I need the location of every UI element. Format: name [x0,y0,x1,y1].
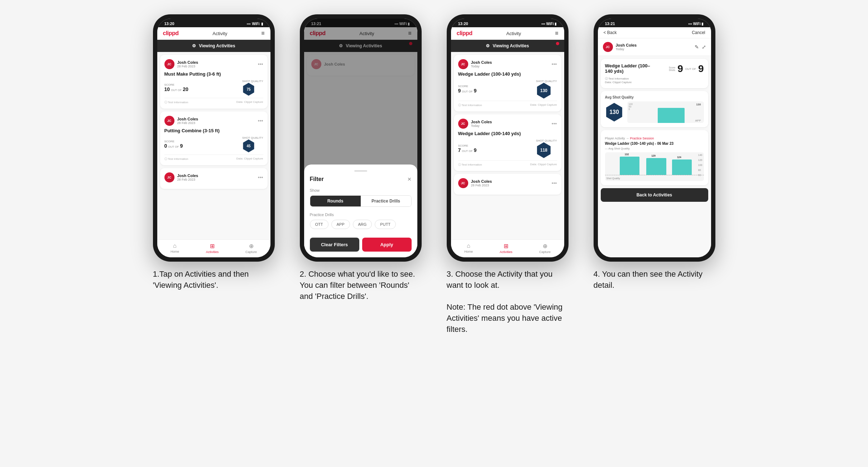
stat-quality-1-2: Shot Quality 45 [242,136,263,152]
quality-badge-3-2: 118 [536,142,552,158]
clear-filters-button-2[interactable]: Clear Filters [310,238,359,252]
nav-home-3[interactable]: ⌂ Home [464,243,473,254]
user-date-1-2: 28 Feb 2023 [177,121,198,125]
chip-app-2[interactable]: APP [331,220,350,229]
modal-sheet-2: Filter ✕ Show Rounds Practice Drills Pra… [304,165,417,257]
menu-icon-1[interactable]: ≡ [261,30,264,37]
activity-card-1-3[interactable]: JC Josh Coles 28 Feb 2023 ••• [160,168,268,189]
avatar-1-2: JC [164,116,174,126]
phones-container: 13:20 ▪▪▪ WiFi ▮ clippd Activity ≡ ⚙ V [148,14,721,335]
nav-title-3: Activity [506,31,521,36]
quality-badge-1-1: 75 [242,83,255,96]
bottom-nav-3: ⌂ Home ⊞ Activities ⊕ Capture [451,239,564,257]
mini-chart-4: 130 APP 100500 [627,101,704,123]
activity-card-3-2[interactable]: JC Josh Coles Today ••• Wedge Ladder (10… [454,114,561,171]
nav-activities-1[interactable]: ⊞ Activities [206,243,219,254]
more-dots-1-1[interactable]: ••• [258,61,263,67]
title-3-2: Wedge Ladder (100-140 yds) [458,131,557,136]
more-dots-1-2[interactable]: ••• [258,118,263,124]
signal-icon-1: ▪▪▪ [247,22,251,26]
filter-icon-1: ⚙ [192,43,196,48]
activity-card-1-2[interactable]: JC Josh Coles 28 Feb 2023 ••• Putting Co… [160,111,268,165]
tab-practice-2[interactable]: Practice Drills [361,196,411,206]
user-date-1-1: 28 Feb 2023 [177,65,198,68]
detail-title-4: Wedge Ladder (100–140 yds) [605,63,655,74]
card-footer-1-2: ⓘ Test Information Data: Clippd Capture [164,154,263,161]
avatar-1-3: JC [164,172,174,182]
nav-home-1[interactable]: ⌂ Home [171,243,179,254]
detail-content-4: Wedge Ladder (100–140 yds) ⓘ Test Inform… [598,56,711,257]
more-dots-3-1[interactable]: ••• [552,61,557,67]
back-to-activities-4[interactable]: Back to Activities [601,188,708,202]
show-label-2: Show [310,188,412,192]
nav-activities-3[interactable]: ⊞ Activities [500,243,513,254]
viewing-label-1: Viewing Activities [199,43,235,48]
nav-capture-1[interactable]: ⊕ Capture [245,243,257,254]
phone-3-screen: 13:20 ▪▪▪ WiFi ▮ clippd Activity ≡ ⚙ Vie… [451,19,564,257]
stats-row-1-2: Score 0 OUT OF 9 Shot Quality 45 [164,136,263,152]
status-bar-3: 13:20 ▪▪▪ WiFi ▮ [451,19,564,27]
filter-icon-3: ⚙ [486,43,490,48]
screen-content-3: JC Josh Coles Today ••• Wedge Ladder (10… [451,52,564,239]
phone-1-frame: 13:20 ▪▪▪ WiFi ▮ clippd Activity ≡ ⚙ V [153,14,275,262]
status-bar-4: 13:21 ▪▪▪ WiFi ▮ [598,19,711,27]
nav-title-1: Activity [212,31,227,36]
filter-chips-2: OTT APP ARG PUTT [310,220,412,229]
activity-title-1-1: Must Make Putting (3-6 ft) [164,71,263,77]
phone-2-screen: 13:21 ▪▪▪ WiFi ▮ clippd Activity ≡ ⚙ Vie… [304,19,417,257]
quality-hex-4: 130 [605,103,624,121]
menu-icon-3[interactable]: ≡ [555,30,558,37]
nav-bar-1: clippd Activity ≡ [157,27,270,40]
viewing-bar-1[interactable]: ⚙ Viewing Activities [157,40,270,52]
user-name-1-2: Josh Coles [177,117,198,121]
chip-ott-2[interactable]: OTT [310,220,329,229]
chip-putt-2[interactable]: PUTT [375,220,396,229]
practice-session-card-4: Player Activity → Practice Session Wedge… [601,130,708,185]
modal-handle-2 [354,170,367,172]
more-dots-3-2[interactable]: ••• [552,121,557,127]
stat-score-1-2: Score 0 OUT OF 9 [164,140,183,149]
nav-capture-3[interactable]: ⊕ Capture [539,243,551,254]
modal-overlay-2: Filter ✕ Show Rounds Practice Drills Pra… [304,19,417,257]
user-info-1-1: Josh Coles 28 Feb 2023 [177,60,198,68]
card-user-1-1: JC Josh Coles 28 Feb 2023 [164,59,198,69]
activity-card-1-1[interactable]: JC Josh Coles 28 Feb 2023 ••• Must Make … [160,55,268,109]
modal-buttons-2: Clear Filters Apply [310,238,412,252]
phone-4-column: 13:21 ▪▪▪ WiFi ▮ < Back Cancel JC Josh C… [588,14,721,291]
detail-score-card-4: Wedge Ladder (100–140 yds) ⓘ Test Inform… [601,59,708,88]
apply-button-2[interactable]: Apply [362,238,412,252]
chip-arg-2[interactable]: ARG [353,220,372,229]
practice-drills-label-2: Practice Drills [310,213,412,217]
phone-4-frame: 13:21 ▪▪▪ WiFi ▮ < Back Cancel JC Josh C… [594,14,715,262]
viewing-label-3: Viewing Activities [493,43,529,48]
modal-close-2[interactable]: ✕ [407,176,412,182]
card-user-1-2: JC Josh Coles 28 Feb 2023 [164,116,198,126]
edit-icon-4[interactable]: ✎ [695,44,699,50]
home-icon-1: ⌂ [173,243,177,249]
title-3-1: Wedge Ladder (100-140 yds) [458,71,557,77]
activity-card-3-3[interactable]: JC Josh Coles 28 Feb 2023 ••• [454,174,561,195]
activity-card-3-1[interactable]: JC Josh Coles Today ••• Wedge Ladder (10… [454,55,561,111]
tab-rounds-2[interactable]: Rounds [310,196,361,206]
avatar-1-1: JC [164,59,174,69]
card-footer-1-1: ⓘ Test Information Data: Clippd Capture [164,98,263,104]
viewing-bar-3[interactable]: ⚙ Viewing Activities [451,40,564,52]
more-dots-1-3[interactable]: ••• [258,175,263,180]
caption-3: 3. Choose the Activity that you want to … [447,269,569,335]
phone-2-frame: 13:21 ▪▪▪ WiFi ▮ clippd Activity ≡ ⚙ Vie… [300,14,422,262]
caption-2: 2. Choose what you'd like to see. You ca… [300,269,422,302]
capture-icon-1: ⊕ [249,243,254,249]
cancel-link-4[interactable]: Cancel [692,30,705,35]
activity-title-1-2: Putting Combine (3-15 ft) [164,128,263,133]
avg-quality-card-4: Avg Shot Quality 130 130 APP 100500 [601,91,708,127]
caption-1: 1.Tap on Activities and then 'Viewing Ac… [153,269,275,291]
phone-1-screen: 13:20 ▪▪▪ WiFi ▮ clippd Activity ≡ ⚙ V [157,19,270,257]
caption-4: 4. You can then see the Activity detail. [594,269,715,291]
expand-icon-4[interactable]: ⤢ [702,44,706,50]
quality-badge-3-1: 130 [536,83,552,99]
stat-quality-1-1: Shot Quality 75 [242,80,263,96]
filter-tabs-2: Rounds Practice Drills [310,195,412,207]
bottom-nav-1: ⌂ Home ⊞ Activities ⊕ Capture [157,239,270,257]
back-link-4[interactable]: < Back [604,30,617,35]
card-user-1-3: JC Josh Coles 28 Feb 2023 [164,172,198,182]
